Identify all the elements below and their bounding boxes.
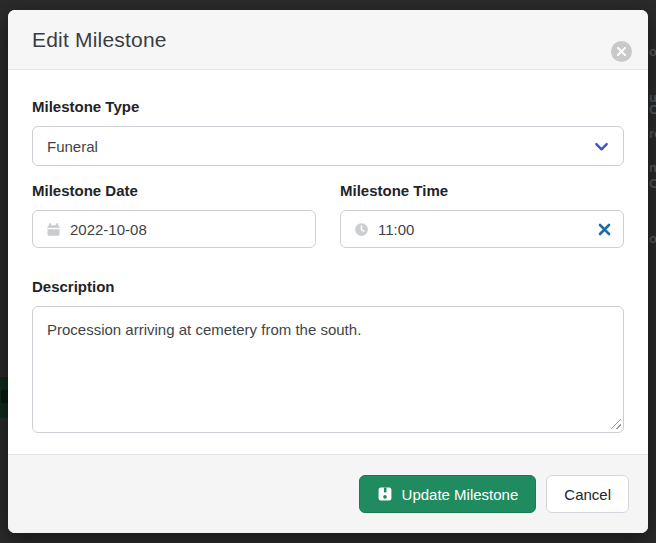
update-milestone-button[interactable]: Update Milestone [359,475,537,513]
milestone-type-select[interactable]: Funeral [32,126,624,166]
backdrop-text-fragment: ro [649,127,656,141]
close-icon [617,47,626,56]
milestone-type-label: Milestone Type [32,98,624,116]
cancel-button[interactable]: Cancel [546,475,629,513]
backdrop-button-fragment [0,377,8,418]
modal-title: Edit Milestone [32,28,167,52]
modal-footer: Update Milestone Cancel [8,454,648,533]
date-time-row: Milestone Date Milestone Time [32,182,624,248]
update-milestone-label: Update Milestone [402,486,519,503]
milestone-time-field [340,210,624,248]
clear-time-button[interactable] [596,221,613,238]
save-icon [377,486,393,502]
modal-backdrop: { "modal": { "title": "Edit Milestone", … [0,0,656,543]
time-column: Milestone Time [340,182,624,248]
backdrop-text-fragment: o [649,232,656,246]
modal-body: Milestone Type Funeral Milestone Date [8,70,648,433]
description-field: Procession arriving at cemetery from the… [32,306,624,433]
edit-milestone-modal: Edit Milestone Milestone Type Funeral Mi… [8,10,648,533]
date-column: Milestone Date [32,182,316,248]
backdrop-text-fragment: O [649,103,656,117]
clock-icon[interactable] [354,222,369,237]
backdrop-text-fragment: n [649,161,656,175]
milestone-date-label: Milestone Date [32,182,316,200]
milestone-date-field [32,210,316,248]
backdrop-text-fragment: O [649,177,656,191]
description-label: Description [32,278,624,296]
milestone-type-value: Funeral [47,138,98,155]
description-textarea[interactable]: Procession arriving at cemetery from the… [32,306,624,433]
milestone-time-label: Milestone Time [340,182,624,200]
close-button[interactable] [611,41,632,62]
backdrop-button-icon-fragment [1,390,8,403]
milestone-time-input[interactable] [378,221,596,238]
backdrop-text-fragment: o [649,45,656,59]
calendar-icon[interactable] [46,222,61,237]
milestone-date-input[interactable] [70,221,315,238]
modal-header: Edit Milestone [8,10,648,70]
chevron-down-icon [594,139,609,157]
clear-x-icon [598,223,611,236]
cancel-label: Cancel [564,486,611,503]
